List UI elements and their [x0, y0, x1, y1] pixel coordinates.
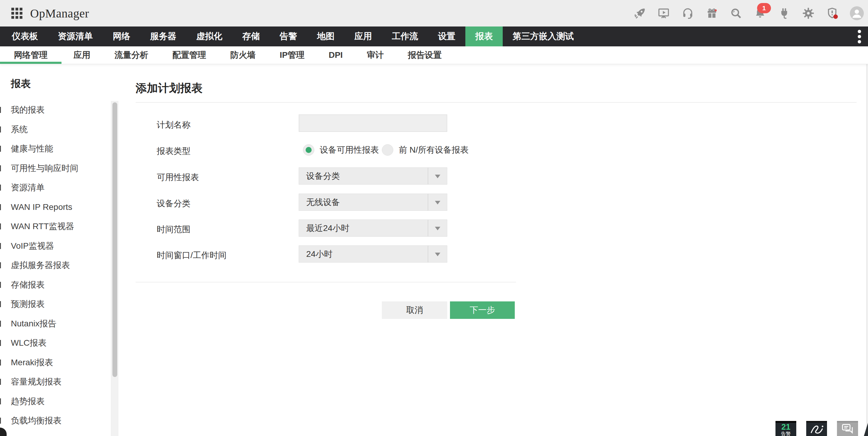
next-button[interactable]: 下一步	[450, 301, 515, 319]
time-window-label: 时间窗口/工作时间	[157, 249, 227, 261]
sidebar-item-wan-ip-reports[interactable]: WAN IP Reports	[0, 198, 120, 217]
chevron-down-icon	[435, 175, 440, 178]
subnav-item-report-settings[interactable]: 报告设置	[396, 46, 454, 64]
sidebar-item-meraki-reports[interactable]: Meraki报表	[0, 353, 120, 372]
nav-item-server[interactable]: 服务器	[140, 27, 186, 46]
sidebar-item-virtual-server-reports[interactable]: 虚拟服务器报表	[0, 256, 120, 275]
sidebar-item-system[interactable]: 系统	[0, 120, 120, 139]
cancel-button[interactable]: 取消	[382, 301, 447, 319]
sidebar-item-voip-monitor[interactable]: VoIP监视器	[0, 236, 120, 256]
sidebar-title: 报表	[11, 77, 120, 90]
report-type-radio-group: 设备可用性报表 前 N/所有设备报表	[303, 144, 471, 156]
chat-widget[interactable]	[837, 421, 858, 436]
nav-item-apps[interactable]: 应用	[344, 27, 382, 46]
nav-item-reports[interactable]: 报表	[465, 27, 503, 46]
zia-assistant-widget[interactable]	[806, 421, 827, 436]
sidebar-item-capacity-planning[interactable]: 容量规划报表	[0, 372, 120, 392]
nav-item-workflow[interactable]: 工作流	[382, 27, 428, 46]
radio-device-availability[interactable]	[303, 144, 314, 156]
headset-support-icon[interactable]	[681, 7, 694, 20]
shield-security-icon[interactable]	[826, 7, 839, 20]
sidebar-list: 我的报表 系统 健康与性能 可用性与响应时间 资源清单 WAN IP Repor…	[0, 100, 120, 431]
sidebar-item-availability-response[interactable]: 可用性与响应时间	[0, 159, 120, 178]
sub-nav: 网络管理 应用 流量分析 配置管理 防火墙 IP管理 DPI 审计 报告设置	[0, 46, 868, 64]
notification-badge[interactable]: 1	[757, 3, 771, 13]
nav-item-maps[interactable]: 地图	[307, 27, 344, 46]
video-demo-icon[interactable]	[657, 7, 670, 20]
subnav-item-audit[interactable]: 审计	[355, 46, 396, 64]
time-range-select[interactable]: 最近24小时	[299, 220, 447, 237]
availability-report-value: 设备分类	[306, 170, 340, 182]
chevron-down-icon	[435, 201, 440, 204]
sidebar-item-my-reports[interactable]: 我的报表	[0, 100, 120, 120]
top-bar: OpManager	[0, 0, 868, 27]
chevron-down-icon	[435, 253, 440, 256]
bell-notifications-icon[interactable]: 1	[753, 7, 767, 20]
sidebar-item-inventory[interactable]: 资源清单	[0, 178, 120, 198]
sidebar-item-wan-rtt-monitor[interactable]: WAN RTT监视器	[0, 217, 120, 236]
subnav-item-config-mgmt[interactable]: 配置管理	[160, 46, 218, 64]
sidebar-scrollbar-thumb[interactable]	[113, 102, 117, 377]
page-title: 添加计划报表	[135, 81, 203, 96]
chat-icon	[841, 423, 855, 435]
app-title: OpManager	[30, 6, 89, 21]
chevron-down-icon	[435, 227, 440, 230]
radio-top-n-all-devices-label[interactable]: 前 N/所有设备报表	[399, 144, 469, 156]
availability-report-select[interactable]: 设备分类	[299, 167, 447, 185]
user-avatar[interactable]	[850, 6, 864, 20]
alarm-count-widget[interactable]: 21 告警	[775, 421, 796, 436]
nav-item-dashboard[interactable]: 仪表板	[2, 27, 48, 46]
subnav-item-ip-mgmt[interactable]: IP管理	[268, 46, 316, 64]
page-scrollbar[interactable]	[866, 46, 868, 436]
sidebar-item-nutanix-reports[interactable]: Nutanix报告	[0, 314, 120, 334]
plan-name-label: 计划名称	[157, 119, 190, 131]
form-divider	[135, 282, 516, 282]
device-category-label: 设备分类	[157, 198, 190, 209]
search-icon[interactable]	[730, 7, 743, 20]
device-category-value: 无线设备	[306, 197, 340, 208]
subnav-item-traffic[interactable]: 流量分析	[102, 46, 160, 64]
sidebar-item-health-performance[interactable]: 健康与性能	[0, 139, 120, 159]
opmanager-app: OpManager	[0, 0, 868, 436]
sidebar-item-storage-reports[interactable]: 存储报表	[0, 275, 120, 295]
gear-settings-icon[interactable]	[802, 7, 815, 20]
sidebar-item-forecast-reports[interactable]: 预测报表	[0, 295, 120, 314]
time-window-select[interactable]: 24小时	[299, 245, 447, 263]
nav-item-thirdparty-embed[interactable]: 第三方嵌入测试	[503, 27, 584, 46]
sidebar-item-wlc-reports[interactable]: WLC报表	[0, 333, 120, 353]
sidebar-item-trend-reports[interactable]: 趋势报表	[0, 392, 120, 411]
gift-whats-new-icon[interactable]	[705, 7, 718, 20]
reports-sidebar: 报表 我的报表 系统 健康与性能 可用性与响应时间 资源清单 WAN IP Re…	[0, 64, 120, 436]
nav-item-network[interactable]: 网络	[103, 27, 140, 46]
title-divider	[135, 102, 857, 103]
radio-device-availability-label[interactable]: 设备可用性报表	[320, 144, 379, 156]
time-window-value: 24小时	[306, 248, 333, 260]
main-nav: 仪表板 资源清单 网络 服务器 虚拟化 存储 告警 地图 应用 工作流 设置 报…	[0, 27, 868, 46]
nav-item-virtualization[interactable]: 虚拟化	[186, 27, 232, 46]
nav-item-inventory[interactable]: 资源清单	[48, 27, 103, 46]
subnav-item-apps[interactable]: 应用	[61, 46, 102, 64]
nav-item-settings[interactable]: 设置	[428, 27, 465, 46]
time-range-label: 时间范围	[157, 224, 190, 235]
radio-top-n-all-devices[interactable]	[382, 144, 393, 156]
plug-integrations-icon[interactable]	[778, 7, 791, 20]
report-type-label: 报表类型	[157, 145, 190, 157]
nav-overflow-menu-icon[interactable]	[854, 27, 864, 46]
subnav-item-firewall[interactable]: 防火墙	[218, 46, 268, 64]
apps-grid-icon[interactable]	[10, 7, 24, 20]
zia-logo	[809, 423, 825, 435]
sidebar-scrollbar-track[interactable]	[111, 101, 119, 436]
alarm-count: 21	[775, 423, 796, 431]
subnav-item-dpi[interactable]: DPI	[316, 46, 355, 64]
availability-report-label: 可用性报表	[157, 172, 199, 183]
alarm-count-label: 告警	[775, 431, 796, 436]
nav-item-alarms[interactable]: 告警	[270, 27, 307, 46]
time-range-value: 最近24小时	[306, 223, 349, 234]
subnav-item-network-mgmt[interactable]: 网络管理	[0, 46, 61, 64]
top-icon-row: 1	[633, 0, 864, 27]
nav-item-storage[interactable]: 存储	[232, 27, 270, 46]
plan-name-input[interactable]	[299, 114, 447, 132]
device-category-select[interactable]: 无线设备	[299, 194, 447, 211]
sidebar-item-load-balancer-reports[interactable]: 负载均衡报表	[0, 411, 120, 431]
rocket-icon[interactable]	[633, 7, 646, 20]
